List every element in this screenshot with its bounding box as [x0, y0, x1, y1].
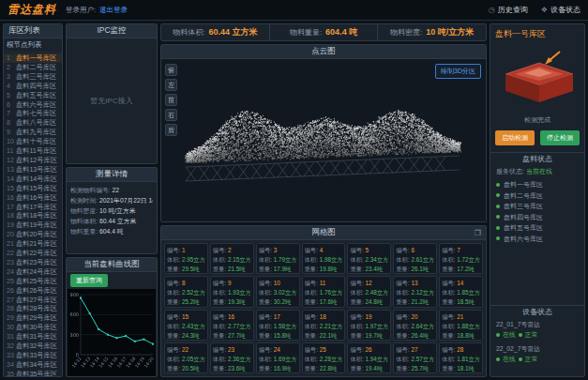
area-list-item[interactable]: 11盘料11号库区: [4, 146, 62, 156]
requery-button[interactable]: 重新查询: [70, 274, 108, 287]
area-list-title: 库区列表: [4, 24, 62, 38]
area-list-item[interactable]: 9盘料九号库区: [4, 128, 62, 137]
online-dot-icon: [496, 333, 500, 337]
area-list-item[interactable]: 29盘料29号库区: [4, 313, 62, 323]
area-list-item[interactable]: 35盘料35号库区: [4, 370, 62, 376]
selected-area-title: 盘料一号库区: [490, 24, 584, 42]
logout-link[interactable]: 退出登录: [99, 6, 128, 15]
grid-cell[interactable]: 编号: 26体积: 1.94立方米重量: 19.4吨: [347, 342, 391, 373]
area-list-item[interactable]: 7盘料七号库区: [4, 109, 62, 118]
grid-cell[interactable]: 编号: 13体积: 2.12立方米重量: 21.2吨: [393, 276, 437, 307]
grid-cell[interactable]: 编号: 1体积: 2.95立方米重量: 29.5吨: [164, 243, 208, 274]
area-list-item[interactable]: 23盘料23号库区: [4, 258, 62, 267]
grid-cell[interactable]: 编号: 11体积: 1.76立方米重量: 17.6吨: [302, 276, 346, 307]
area-list-item[interactable]: 21盘料21号库区: [4, 239, 62, 249]
area-list-item[interactable]: 19盘料19号库区: [4, 220, 62, 230]
grid-cell[interactable]: 编号: 23体积: 2.36立方米重量: 23.6吨: [210, 342, 254, 373]
area-list[interactable]: 1盘料一号库区2盘料二号库区3盘料三号库区4盘料四号库区5盘料五号库区6盘料六号…: [4, 53, 62, 376]
grid-cell[interactable]: 编号: 21体积: 1.88立方米重量: 18.8吨: [439, 310, 483, 341]
grid-cell[interactable]: 编号: 15体积: 2.43立方米重量: 24.3吨: [164, 310, 208, 341]
queue-item: 盘料一号库区: [496, 179, 579, 190]
area-list-item[interactable]: 14盘料14号库区: [4, 175, 62, 184]
stop-detection-button[interactable]: 停止检测: [540, 130, 580, 145]
detail-row: 物料密度: 10 吨/立方米: [70, 205, 153, 216]
area-list-item[interactable]: 31盘料31号库区: [4, 332, 62, 342]
grid-cells: 编号: 1体积: 2.95立方米重量: 29.5吨编号: 2体积: 2.15立方…: [161, 240, 486, 376]
grid-cell[interactable]: 编号: 6体积: 2.61立方米重量: 26.1吨: [393, 243, 437, 274]
area-list-item[interactable]: 20盘料20号库区: [4, 230, 62, 239]
normal-dot-icon: [519, 333, 522, 337]
grid-cell[interactable]: 编号: 3体积: 1.79立方米重量: 17.9吨: [256, 243, 300, 274]
history-query-button[interactable]: ◷ 历史查询: [489, 5, 528, 15]
grid-cell[interactable]: 编号: 10体积: 3.02立方米重量: 30.2吨: [256, 276, 300, 307]
grid-cell[interactable]: 编号: 27体积: 2.57立方米重量: 25.7吨: [393, 342, 437, 373]
area-list-item[interactable]: 27盘料27号库区: [4, 296, 62, 305]
online-dot-icon: [496, 183, 500, 187]
area-list-item[interactable]: 34盘料34号库区: [4, 360, 62, 370]
area-list-item[interactable]: 3盘料三号库区: [4, 72, 62, 82]
grid-cell[interactable]: 编号: 9体积: 1.93立方米重量: 19.3吨: [210, 276, 254, 307]
grid-cell[interactable]: 编号: 28体积: 1.81立方米重量: 18.1吨: [439, 342, 483, 373]
area-list-item[interactable]: 22盘料22号库区: [4, 249, 62, 258]
grid-expand-icon[interactable]: ❐: [475, 229, 481, 237]
area-list-item[interactable]: 32盘料32号库区: [4, 342, 62, 351]
draw-3d-zone-button[interactable]: 绘制3D分区: [435, 64, 481, 79]
device-status-button[interactable]: ❖ 设备状态: [541, 5, 580, 15]
grid-cell[interactable]: 编号: 5体积: 2.34立方米重量: 23.4吨: [347, 243, 391, 274]
area-list-item[interactable]: 1盘料一号库区: [4, 53, 62, 63]
pointcloud-panel: 点云图 俯左前右后 绘制3D分区: [160, 44, 487, 222]
area-list-root-node[interactable]: 根节点列表: [4, 38, 62, 53]
view-button[interactable]: 俯: [165, 64, 177, 76]
queue-item: 盘料二号库区: [496, 190, 579, 202]
grid-cell[interactable]: 编号: 2体积: 2.15立方米重量: 21.5吨: [210, 243, 254, 274]
area-list-item[interactable]: 16盘料16号库区: [4, 193, 62, 203]
measurement-detail-rows: 检测物料编号: 22检测时间: 2021年07月22日 14:20:36物料密度…: [67, 182, 157, 239]
grid-cell[interactable]: 编号: 20体积: 2.64立方米重量: 26.4吨: [393, 310, 437, 341]
area-list-item[interactable]: 25盘料25号库区: [4, 277, 62, 286]
area-list-item[interactable]: 26盘料26号库区: [4, 286, 62, 296]
area-list-panel: 库区列表 根节点列表 1盘料一号库区2盘料二号库区3盘料三号库区4盘料四号库区5…: [3, 23, 63, 377]
area-list-item[interactable]: 5盘料五号库区: [4, 91, 62, 100]
view-buttons: 俯左前右后: [165, 64, 177, 136]
view-button[interactable]: 后: [165, 124, 177, 136]
grid-cell[interactable]: 编号: 7体积: 1.72立方米重量: 17.2吨: [439, 243, 483, 274]
grid-cell[interactable]: 编号: 24体积: 1.69立方米重量: 16.9吨: [256, 342, 300, 373]
area-list-item[interactable]: 2盘料二号库区: [4, 63, 62, 72]
grid-cell[interactable]: 编号: 16体积: 2.77立方米重量: 27.7吨: [210, 310, 254, 341]
area-list-item[interactable]: 6盘料六号库区: [4, 100, 62, 110]
view-button[interactable]: 右: [165, 109, 177, 121]
pointcloud-title: 点云图: [161, 45, 486, 59]
area-list-item[interactable]: 17盘料17号库区: [4, 203, 62, 212]
view-button[interactable]: 左: [165, 79, 177, 91]
pointcloud-viewport[interactable]: 俯左前右后 绘制3D分区: [161, 59, 486, 221]
start-detection-button[interactable]: 启动检测: [495, 130, 535, 145]
grid-cell[interactable]: 编号: 25体积: 2.28立方米重量: 22.8吨: [302, 342, 346, 373]
area-list-item[interactable]: 10盘料十号库区: [4, 137, 62, 146]
grid-cell[interactable]: 编号: 17体积: 1.58立方米重量: 15.8吨: [256, 310, 300, 341]
grid-panel: 网格图 ❐ 编号: 1体积: 2.95立方米重量: 29.5吨编号: 2体积: …: [160, 225, 487, 377]
online-dot-icon: [496, 193, 500, 197]
grid-cell[interactable]: 编号: 12体积: 2.48立方米重量: 24.8吨: [347, 276, 391, 307]
area-list-item[interactable]: 15盘料15号库区: [4, 184, 62, 193]
grid-cell[interactable]: 编号: 4体积: 1.98立方米重量: 19.8吨: [302, 243, 346, 274]
area-list-item[interactable]: 30盘料30号库区: [4, 323, 62, 332]
stat-volume-value: 60.44 立方米: [208, 26, 257, 38]
grid-cell[interactable]: 编号: 19体积: 1.97立方米重量: 19.7吨: [347, 310, 391, 341]
view-button[interactable]: 前: [165, 94, 177, 106]
curve-panel: 当前盘料曲线图 重新查询: [66, 257, 158, 377]
grid-cell[interactable]: 编号: 8体积: 2.52立方米重量: 25.2吨: [164, 276, 208, 307]
pointcloud-canvas[interactable]: [163, 67, 482, 213]
area-list-item[interactable]: 4盘料四号库区: [4, 82, 62, 91]
area-list-item[interactable]: 12盘料12号库区: [4, 156, 62, 165]
area-list-item[interactable]: 33盘料33号库区: [4, 351, 62, 360]
grid-cell[interactable]: 编号: 22体积: 2.05立方米重量: 20.5吨: [164, 342, 208, 373]
area-list-item[interactable]: 18盘料18号库区: [4, 211, 62, 220]
area-list-item[interactable]: 24盘料24号库区: [4, 267, 62, 277]
area-list-item[interactable]: 8盘料八号库区: [4, 118, 62, 128]
grid-cell[interactable]: 编号: 18体积: 2.21立方米重量: 22.1吨: [302, 310, 346, 341]
grid-cell[interactable]: 编号: 14体积: 1.85立方米重量: 18.5吨: [439, 276, 483, 307]
area-list-item[interactable]: 28盘料28号库区: [4, 304, 62, 313]
curve-canvas: [68, 289, 156, 377]
inventory-queue-list: 盘料一号库区盘料二号库区盘料三号库区盘料四号库区盘料五号库区盘料六号库区: [490, 178, 584, 302]
area-list-item[interactable]: 13盘料13号库区: [4, 165, 62, 175]
